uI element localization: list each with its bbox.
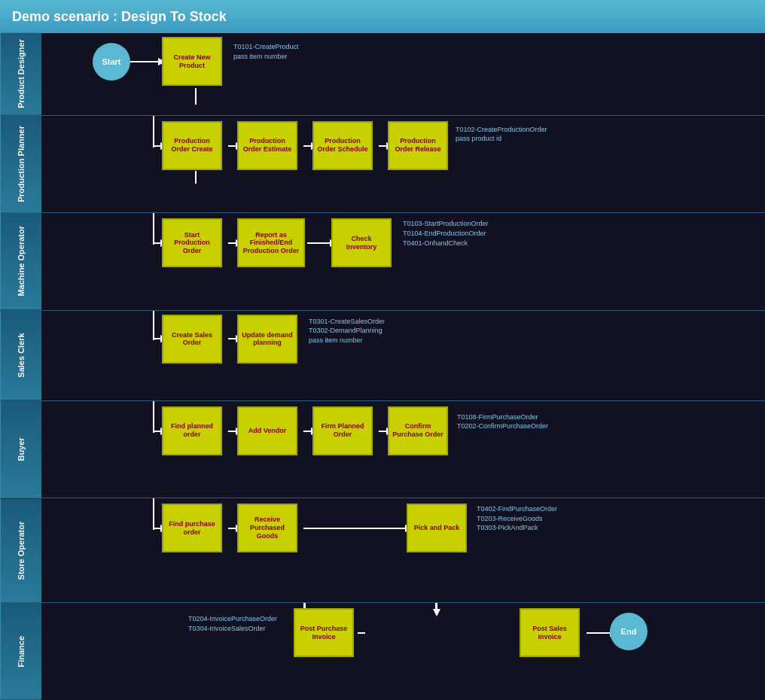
lane-content-4: Create Sales Order Update demand plannin…: [41, 311, 765, 400]
lane-label-store-operator: Store Operator: [0, 498, 41, 602]
page-title: Demo scenario : Design To Stock: [12, 9, 227, 25]
annotation-t0204: T0204-InvoicePurchaseOrder T0304-Invoice…: [188, 614, 277, 633]
diagram-area: Product Designer Start Create New Produc…: [0, 33, 765, 700]
process-box-find-po[interactable]: Find purchase order: [162, 504, 222, 552]
lane-label-finance: Finance: [0, 603, 41, 700]
svg-marker-42: [433, 609, 440, 616]
title-bar: Demo scenario : Design To Stock: [0, 0, 765, 33]
lane-label-product-designer: Product Designer: [0, 33, 41, 115]
process-box-receive-goods[interactable]: Receive Purchased Goods: [237, 504, 297, 552]
lane-content-2: Production Order Create Production Order…: [41, 116, 765, 213]
process-box-start-prod[interactable]: Start Production Order: [162, 218, 222, 267]
process-box-firm-planned[interactable]: Firm Planned Order: [312, 406, 373, 455]
process-box-create-so[interactable]: Create Sales Order: [162, 315, 222, 364]
lane-production-planner: Production Planner Productio: [0, 116, 765, 214]
annotation-t0402: T0402-FindPurchaseOrder T0203-ReceiveGoo…: [477, 504, 557, 533]
lane-label-sales-clerk: Sales Clerk: [0, 311, 41, 400]
process-box-pick-pack[interactable]: Pick and Pack: [407, 504, 467, 552]
start-node: Start: [93, 43, 130, 81]
lane-label-buyer: Buyer: [0, 401, 41, 498]
process-box-check-inv[interactable]: Check Inventory: [331, 218, 392, 267]
lane-content-1: Start Create New Product T0101-CreatePro…: [41, 33, 765, 115]
process-box-create-product[interactable]: Create New Product: [162, 37, 222, 86]
lane-label-production-planner: Production Planner: [0, 116, 41, 213]
process-box-po-release[interactable]: Production Order Release: [388, 121, 448, 170]
annotation-t0301: T0301-CreateSalesOrder T0302-DemandPlann…: [309, 317, 385, 345]
lane-label-machine-operator: Machine Operator: [0, 213, 41, 310]
lane-buyer: Buyer Find planned order Add Ve: [0, 401, 765, 499]
process-box-po-estimate[interactable]: Production Order Estimate: [237, 121, 297, 170]
lane-store-operator: Store Operator Find purchase order Recei…: [0, 498, 765, 603]
process-box-post-purchase-inv[interactable]: Post Purchase Invoice: [294, 608, 354, 657]
annotation-t0103: T0103-StartProductionOrder T0104-EndProd…: [403, 219, 489, 248]
lane-sales-clerk: Sales Clerk Create Sales Order Update de…: [0, 311, 765, 401]
lane-content-3: Start Production Order Report as Finishe…: [41, 213, 765, 310]
process-box-po-schedule[interactable]: Production Order Schedule: [312, 121, 373, 170]
annotation-t0108: T0108-FirmPurchaseOrder T0202-ConfirmPur…: [457, 412, 548, 431]
process-box-find-planned[interactable]: Find planned order: [162, 406, 222, 455]
lane-machine-operator: Machine Operator Start Production Order …: [0, 213, 765, 311]
lane-content-7: T0204-InvoicePurchaseOrder T0304-Invoice…: [41, 603, 765, 700]
lanes-container: Product Designer Start Create New Produc…: [0, 33, 765, 700]
lane-finance: Finance: [0, 603, 765, 700]
lane-content-6: Find purchase order Receive Purchased Go…: [41, 498, 765, 602]
lane-content-5: Find planned order Add Vendor Firm Plann…: [41, 401, 765, 498]
annotation-t0102: T0102-CreateProductionOrder pass product…: [456, 125, 547, 144]
process-box-report-finished[interactable]: Report as Finished/End Production Order: [237, 218, 305, 267]
process-box-confirm-po[interactable]: Confirm Purchase Order: [388, 406, 448, 455]
process-box-add-vendor[interactable]: Add Vendor: [237, 406, 297, 455]
end-node: End: [610, 613, 648, 650]
lane-product-designer: Product Designer Start Create New Produc…: [0, 33, 765, 116]
process-box-update-demand[interactable]: Update demand planning: [237, 315, 297, 364]
annotation-t0101: T0101-CreateProduct pass item number: [233, 42, 299, 61]
process-box-post-sales-inv[interactable]: Post Sales Invoice: [520, 608, 580, 657]
process-box-po-create[interactable]: Production Order Create: [162, 121, 222, 170]
